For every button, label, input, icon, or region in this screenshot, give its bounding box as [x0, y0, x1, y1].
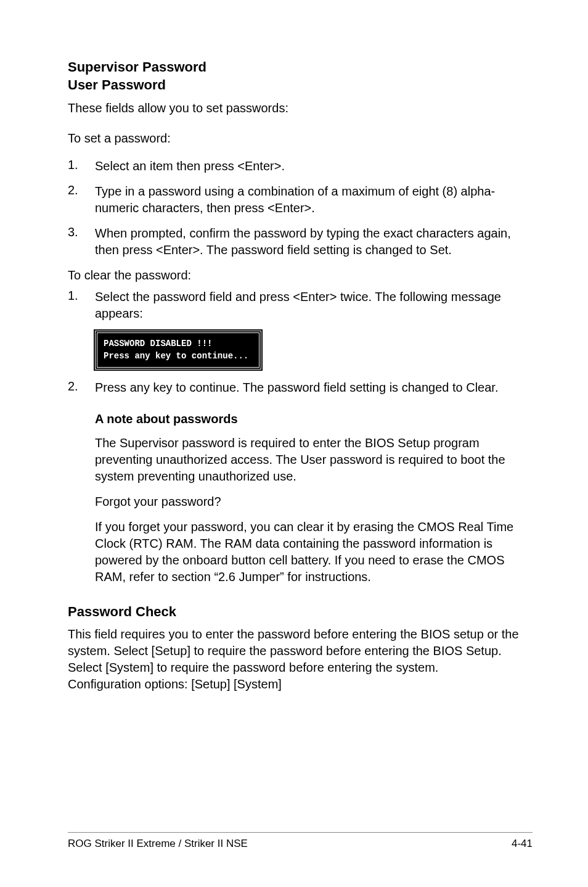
- clear-password-list-cont: 2. Press any key to continue. The passwo…: [68, 379, 533, 396]
- heading-password-check: Password Check: [68, 604, 533, 620]
- list-number: 1.: [68, 289, 95, 322]
- list-text: Press any key to continue. The password …: [95, 379, 498, 396]
- note-block: A note about passwords The Supervisor pa…: [95, 412, 533, 585]
- intro-text-2: To set a password:: [68, 130, 533, 147]
- heading-supervisor-password: Supervisor Password: [68, 59, 533, 76]
- list-text: Type in a password using a combination o…: [95, 183, 533, 217]
- list-number: 2.: [68, 183, 95, 217]
- list-text: When prompted, confirm the password by t…: [95, 225, 533, 258]
- footer-right: 4-41: [512, 838, 533, 850]
- note-heading: A note about passwords: [95, 412, 533, 426]
- list-item: 1. Select the password field and press <…: [68, 289, 533, 322]
- note-paragraph: Forgot your password?: [95, 493, 533, 510]
- heading-user-password: User Password: [68, 76, 533, 94]
- set-password-list: 1. Select an item then press <Enter>. 2.…: [68, 158, 533, 258]
- note-paragraph: The Supervisor password is required to e…: [95, 435, 533, 485]
- password-check-body: This field requires you to enter the pas…: [68, 626, 533, 693]
- page-footer: ROG Striker II Extreme / Striker II NSE …: [68, 832, 533, 850]
- list-item: 2. Press any key to continue. The passwo…: [68, 379, 533, 396]
- list-item: 1. Select an item then press <Enter>.: [68, 158, 533, 175]
- list-text: Select the password field and press <Ent…: [95, 289, 533, 322]
- list-item: 2. Type in a password using a combinatio…: [68, 183, 533, 217]
- list-text: Select an item then press <Enter>.: [95, 158, 285, 175]
- note-paragraph: If you forget your password, you can cle…: [95, 519, 533, 585]
- clear-password-list: 1. Select the password field and press <…: [68, 289, 533, 322]
- password-disabled-message-box: PASSWORD DISABLED !!! Press any key to c…: [95, 331, 261, 369]
- list-item: 3. When prompted, confirm the password b…: [68, 225, 533, 258]
- intro-text-3: To clear the password:: [68, 267, 533, 284]
- list-number: 3.: [68, 225, 95, 258]
- list-number: 1.: [68, 158, 95, 175]
- list-number: 2.: [68, 379, 95, 396]
- footer-left: ROG Striker II Extreme / Striker II NSE: [68, 838, 248, 850]
- intro-text-1: These fields allow you to set passwords:: [68, 100, 533, 117]
